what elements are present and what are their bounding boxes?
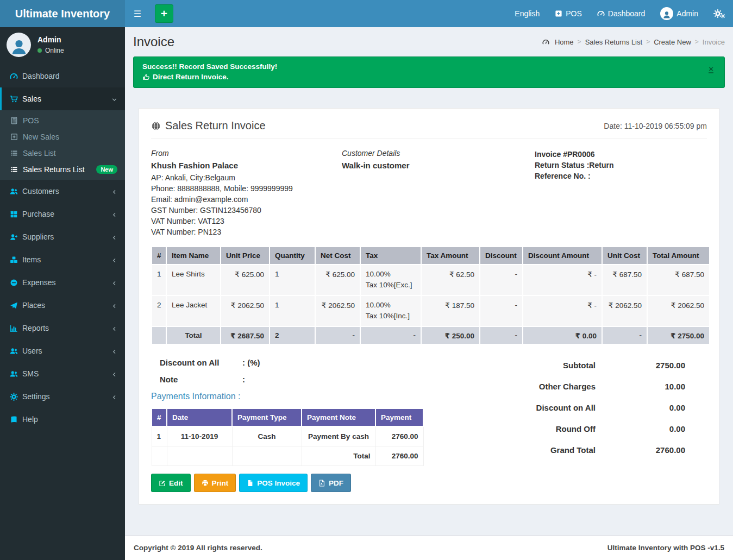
customer-block: Customer Details Walk-in customer (342, 149, 535, 237)
minus-circle-icon (10, 279, 22, 287)
top-navbar: Ultimate Inventory ☰ + English POS Dashb… (0, 0, 733, 27)
breadcrumb-create-new[interactable]: Create New (654, 38, 691, 46)
items-table: # Item Name Unit Price Quantity Net Cost… (151, 246, 710, 345)
sidebar-item-places[interactable]: Places (0, 294, 125, 317)
paper-plane-icon (10, 301, 22, 310)
breadcrumb-home[interactable]: Home (555, 38, 574, 46)
pos-invoice-button[interactable]: POS Invoice (239, 474, 308, 492)
plus-icon: + (161, 5, 167, 22)
sidebar-item-sales[interactable]: Sales (0, 87, 125, 110)
return-status: Return Status :Return (535, 160, 707, 171)
pdf-button[interactable]: PDF (311, 474, 351, 492)
sidebar-item-settings[interactable]: Settings (0, 385, 125, 408)
settings-menu[interactable] (706, 0, 733, 27)
items-total-row: Total ₹ 2687.50 2 - - ₹ 250.00 - ₹ 0.00 … (152, 326, 710, 344)
chevron-left-icon (111, 278, 117, 287)
sidebar-item-customers[interactable]: Customers (0, 180, 125, 203)
sidebar-item-users[interactable]: Users (0, 339, 125, 362)
pos-link[interactable]: POS (547, 0, 590, 27)
payments-total-row: Total 2760.00 (152, 446, 423, 466)
printer-icon (202, 480, 209, 487)
file-pdf-icon (318, 480, 325, 487)
sidebar-item-sales-list[interactable]: Sales List (0, 145, 125, 161)
cubes-icon (10, 256, 22, 264)
bar-chart-icon (10, 324, 22, 332)
print-button[interactable]: Print (194, 474, 236, 492)
discount-on-all-field: Discount on All : (%) (160, 358, 423, 367)
edit-button[interactable]: Edit (151, 474, 191, 492)
breadcrumb-sales-returns-list[interactable]: Sales Returns List (585, 38, 643, 46)
reference-no: Reference No. : (535, 171, 707, 181)
invoice-title: Sales Return Invoice (151, 119, 266, 132)
quick-add-button[interactable]: + (155, 4, 173, 23)
avatar (7, 33, 31, 57)
from-name: Khush Fashion Palace (151, 161, 342, 170)
invoice-date: Date: 11-10-2019 06:55:09 pm (604, 122, 707, 130)
items-table-header: # Item Name Unit Price Quantity Net Cost… (152, 247, 710, 265)
user-menu[interactable]: Admin (653, 0, 706, 27)
dashboard-link[interactable]: Dashboard (590, 0, 653, 27)
breadcrumb: Home > Sales Returns List > Create New >… (542, 38, 725, 46)
sidebar-item-help[interactable]: Help (0, 408, 125, 431)
gears-icon (10, 393, 22, 401)
users-icon (10, 187, 22, 196)
sidebar-item-sales-returns-list[interactable]: Sales Returns List New (0, 161, 125, 178)
chevron-left-icon (111, 232, 117, 241)
language-menu[interactable]: English (507, 0, 547, 27)
chevron-left-icon (111, 301, 117, 310)
page-title: Invoice (133, 34, 174, 49)
list-icon (10, 166, 23, 173)
version-text: Ultimate Inventory with POS -v1.5 (607, 544, 724, 552)
footer: Copyright © 2019 All rights reserved. Ul… (125, 535, 733, 560)
grid-icon (10, 210, 22, 218)
gears-icon (713, 9, 725, 18)
file-icon (247, 480, 254, 487)
sidebar-toggle-button[interactable]: ☰ (125, 0, 150, 27)
dashboard-icon (542, 39, 549, 46)
sidebar-item-pos[interactable]: POS (0, 112, 125, 129)
tachometer-icon (597, 10, 605, 17)
summary-grand-total: Grand Total2760.00 (506, 439, 685, 461)
from-label: From (151, 149, 342, 158)
close-icon[interactable]: × (709, 66, 713, 73)
sidebar-item-reports[interactable]: Reports (0, 317, 125, 339)
user-plus-icon (10, 233, 22, 241)
plus-square-icon (10, 133, 23, 141)
success-alert: Success!! Record Saved Successfully! Dir… (133, 56, 725, 88)
table-row: 1 11-10-2019 Cash Payment By cash 2760.0… (152, 426, 423, 446)
payments-table-header: # Date Payment Type Payment Note Payment (152, 408, 423, 426)
chevron-left-icon (111, 255, 117, 264)
online-dot-icon (37, 48, 42, 53)
note-field: Note : (160, 375, 423, 384)
chevron-left-icon (111, 347, 117, 355)
summary-round-off: Round Off0.00 (506, 418, 685, 439)
chevron-left-icon (111, 392, 117, 401)
sidebar-item-dashboard[interactable]: Dashboard (0, 65, 125, 87)
summary-subtotal: Subtotal2750.00 (506, 355, 685, 376)
chevron-down-icon (111, 95, 117, 103)
payments-heading: Payments Information : (151, 392, 423, 401)
sidebar: Admin Online Dashboard Sales POS New Sal… (0, 27, 125, 560)
table-row: 1 Lee Shirts ₹ 625.00 1 ₹ 625.00 10.00%T… (152, 265, 710, 295)
summary-discount-on-all: Discount on All0.00 (506, 397, 685, 418)
person-icon (10, 37, 28, 56)
cart-icon (10, 95, 22, 103)
plus-square-icon (555, 10, 562, 17)
thumbs-up-icon (142, 73, 150, 81)
invoice-card: Sales Return Invoice Date: 11-10-2019 06… (139, 108, 719, 505)
edit-icon (159, 480, 166, 487)
sidebar-item-new-sales[interactable]: New Sales (0, 129, 125, 145)
app-brand[interactable]: Ultimate Inventory (0, 0, 125, 27)
user-name: Admin (37, 35, 64, 44)
sales-submenu: POS New Sales Sales List Sales Returns L… (0, 110, 125, 180)
sidebar-item-sms[interactable]: SMS (0, 362, 125, 385)
chevron-left-icon (111, 369, 117, 378)
sidebar-item-expenses[interactable]: Expenses (0, 271, 125, 294)
sidebar-item-items[interactable]: Items (0, 248, 125, 271)
sidebar-item-purchase[interactable]: Purchase (0, 203, 125, 225)
invoice-meta-block: Invoice #PR0006 Return Status :Return Re… (535, 149, 707, 237)
customer-name: Walk-in customer (342, 161, 535, 170)
sidebar-item-suppliers[interactable]: Suppliers (0, 225, 125, 248)
from-block: From Khush Fashion Palace AP: Ankali, Ci… (151, 149, 342, 237)
tachometer-icon (10, 72, 22, 80)
